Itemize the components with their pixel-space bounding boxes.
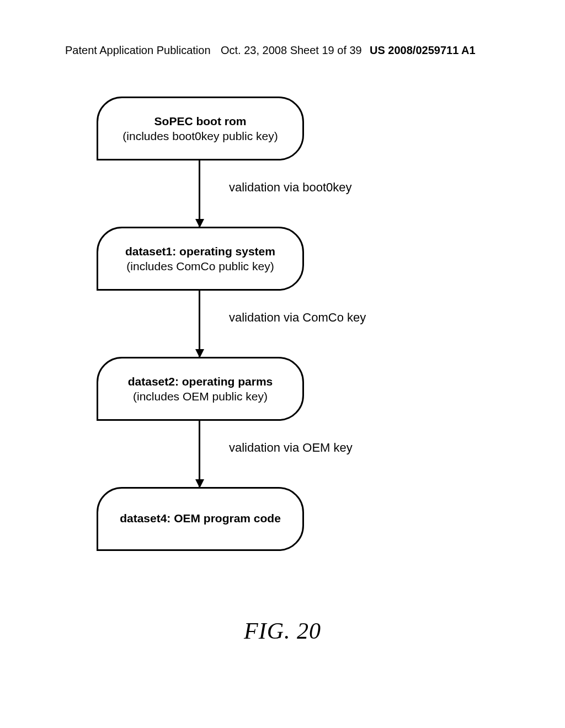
connector-line bbox=[199, 421, 200, 487]
header-date-sheet: Oct. 23, 2008 Sheet 19 of 39 bbox=[221, 44, 362, 57]
node-title: dataset4: OEM program code bbox=[120, 512, 281, 525]
node-subtitle: (includes ComCo public key) bbox=[126, 260, 274, 273]
node-subtitle: (includes OEM public key) bbox=[133, 390, 268, 403]
edge-label: validation via boot0key bbox=[229, 180, 352, 195]
node-sopec-boot-rom: SoPEC boot rom (includes boot0key public… bbox=[97, 97, 304, 160]
header-publication: Patent Application Publication bbox=[65, 44, 211, 57]
edge-label: validation via ComCo key bbox=[229, 311, 366, 325]
figure-label: FIG. 20 bbox=[0, 618, 565, 644]
edge-boot0key: validation via boot0key bbox=[97, 160, 475, 227]
node-title: SoPEC boot rom bbox=[154, 115, 247, 128]
node-title: dataset1: operating system bbox=[125, 245, 275, 258]
node-dataset1-os: dataset1: operating system (includes Com… bbox=[97, 227, 304, 291]
edge-oem: validation via OEM key bbox=[97, 421, 475, 487]
node-subtitle: (includes boot0key public key) bbox=[122, 130, 278, 143]
node-dataset4-oem-code: dataset4: OEM program code bbox=[97, 487, 304, 551]
connector-line bbox=[199, 291, 200, 357]
edge-comco: validation via ComCo key bbox=[97, 291, 475, 357]
flow-diagram: SoPEC boot rom (includes boot0key public… bbox=[88, 97, 475, 551]
header-patent-number: US 2008/0259711 A1 bbox=[370, 44, 476, 57]
node-dataset2-parms: dataset2: operating parms (includes OEM … bbox=[97, 357, 304, 421]
connector-line bbox=[199, 160, 200, 227]
node-title: dataset2: operating parms bbox=[128, 375, 273, 388]
edge-label: validation via OEM key bbox=[229, 441, 353, 455]
